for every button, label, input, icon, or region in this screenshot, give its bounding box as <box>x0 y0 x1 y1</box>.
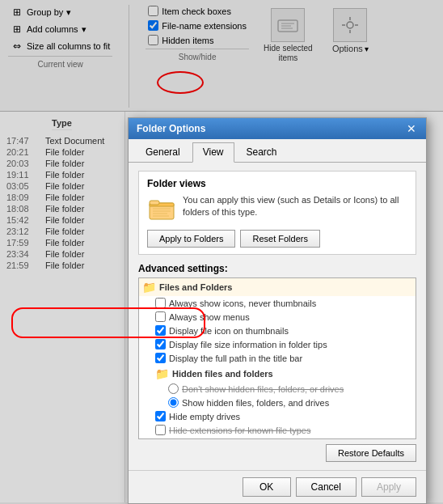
modal-overlay: Folder Options ✕ General View Search Fol… <box>0 0 443 504</box>
always-show-menus-checkbox[interactable] <box>155 311 166 322</box>
reset-folders-button[interactable]: Reset Folders <box>240 230 319 248</box>
setting-show-hidden[interactable]: Show hidden files, folders, and drives <box>139 396 416 409</box>
svg-rect-11 <box>150 201 159 205</box>
restore-row: Restore Defaults <box>138 444 416 462</box>
setting-hide-extensions[interactable]: Hide extensions for known file types <box>139 423 416 437</box>
display-file-size-label: Display file size information in folder … <box>169 340 327 349</box>
hide-merge-conflicts-label: Hide folder merge conflicts <box>169 439 274 440</box>
hide-empty-drives-label: Hide empty drives <box>169 412 240 421</box>
apply-to-folders-button[interactable]: Apply to Folders <box>147 230 235 248</box>
always-show-menus-label: Always show menus <box>169 312 250 322</box>
folder-views-title: Folder views <box>147 178 407 189</box>
show-hidden-label: Show hidden files, folders, and drives <box>182 398 329 408</box>
dont-show-hidden-label: Don't show hidden files, folders, or dri… <box>182 384 344 394</box>
hide-empty-drives-checkbox[interactable] <box>155 411 166 421</box>
dialog-titlebar: Folder Options ✕ <box>129 118 426 139</box>
advanced-settings-box[interactable]: 📁 Files and Folders Always show icons, n… <box>138 277 416 439</box>
ok-button[interactable]: OK <box>243 477 291 497</box>
always-show-icons-label: Always show icons, never thumbnails <box>169 299 316 308</box>
hide-extensions-label: Hide extensions for known file types <box>169 426 310 435</box>
setting-always-show-menus[interactable]: Always show menus <box>139 310 416 324</box>
folder-icon <box>147 194 176 223</box>
hidden-folder-icon: 📁 <box>155 367 169 380</box>
display-file-icon-checkbox[interactable] <box>155 325 166 336</box>
dialog-title: Folder Options <box>137 123 205 134</box>
always-show-icons-checkbox[interactable] <box>155 298 166 308</box>
setting-display-full-path[interactable]: Display the full path in the title bar <box>139 351 416 365</box>
display-file-size-checkbox[interactable] <box>155 339 166 349</box>
folder-views-buttons: Apply to Folders Reset Folders <box>147 230 407 248</box>
display-file-icon-label: Display file icon on thumbnails <box>169 326 289 336</box>
advanced-settings-label: Advanced settings: <box>138 263 416 274</box>
tab-view[interactable]: View <box>192 142 234 163</box>
setting-display-file-icon[interactable]: Display file icon on thumbnails <box>139 324 416 337</box>
setting-hide-merge-conflicts[interactable]: Hide folder merge conflicts <box>139 437 416 439</box>
folder-options-dialog: Folder Options ✕ General View Search Fol… <box>128 117 427 504</box>
dialog-close-button[interactable]: ✕ <box>405 123 418 134</box>
folder-views-content: You can apply this view (such as Details… <box>147 194 407 223</box>
dialog-body: Folder views <box>129 163 426 470</box>
dont-show-hidden-radio[interactable] <box>168 383 179 394</box>
dialog-tabs: General View Search <box>129 139 426 163</box>
show-hidden-radio[interactable] <box>168 397 179 408</box>
files-and-folders-label: Files and Folders <box>159 282 232 292</box>
dialog-footer: OK Cancel Apply <box>129 470 426 503</box>
display-full-path-label: Display the full path in the title bar <box>169 354 302 363</box>
files-and-folders-header: 📁 Files and Folders <box>139 278 416 296</box>
hide-extensions-checkbox[interactable] <box>155 425 166 435</box>
setting-always-show-icons[interactable]: Always show icons, never thumbnails <box>139 296 416 310</box>
setting-dont-show-hidden[interactable]: Don't show hidden files, folders, or dri… <box>139 382 416 396</box>
setting-hide-empty-drives[interactable]: Hide empty drives <box>139 409 416 423</box>
hidden-files-label: Hidden files and folders <box>172 369 273 379</box>
tab-search[interactable]: Search <box>236 142 288 162</box>
folder-icon-small: 📁 <box>142 281 156 294</box>
hidden-files-header: 📁 Hidden files and folders <box>139 365 416 382</box>
display-full-path-checkbox[interactable] <box>155 353 166 363</box>
setting-display-file-size[interactable]: Display file size information in folder … <box>139 337 416 351</box>
restore-defaults-button[interactable]: Restore Defaults <box>326 444 416 462</box>
folder-views-description: You can apply this view (such as Details… <box>183 194 407 219</box>
cancel-button[interactable]: Cancel <box>296 477 357 497</box>
folder-views-section: Folder views <box>138 171 416 255</box>
tab-general[interactable]: General <box>135 142 191 162</box>
hide-merge-conflicts-checkbox[interactable] <box>155 438 166 439</box>
apply-button[interactable]: Apply <box>361 477 416 497</box>
